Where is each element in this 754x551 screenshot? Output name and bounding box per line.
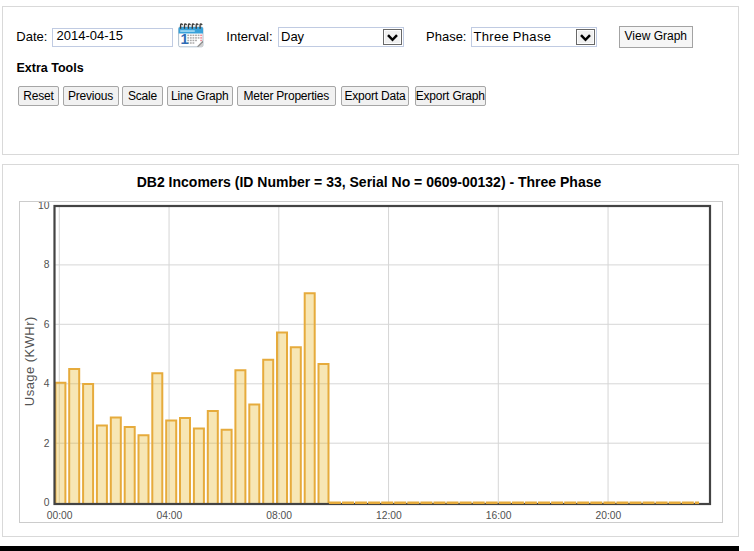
svg-text:12:00: 12:00 [376,510,402,521]
svg-text:04:00: 04:00 [156,510,182,521]
svg-text:2: 2 [44,438,50,449]
svg-text:1: 1 [181,31,189,47]
svg-text:20:00: 20:00 [595,510,621,521]
svg-text:08:00: 08:00 [266,510,292,521]
svg-text:6: 6 [44,319,50,330]
svg-text:16:00: 16:00 [486,510,512,521]
svg-text:0: 0 [44,497,50,508]
svg-text:Usage (KWHr): Usage (KWHr) [22,316,37,406]
svg-text:00:00: 00:00 [47,510,73,521]
svg-text:10: 10 [38,202,50,211]
svg-text:4: 4 [44,378,50,389]
svg-text:8: 8 [44,259,50,270]
